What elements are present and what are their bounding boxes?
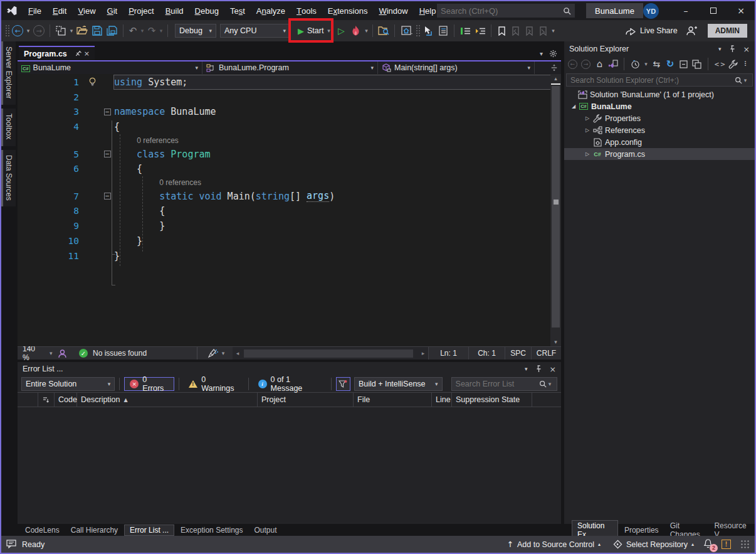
minimize-button[interactable]: – xyxy=(672,1,700,20)
close-button[interactable]: × xyxy=(727,1,755,20)
fold-collapse-button[interactable]: − xyxy=(104,151,111,157)
start-dropdown[interactable]: ▾ xyxy=(325,28,332,34)
scroll-up-arrow[interactable]: ▴ xyxy=(550,74,561,83)
live-share-icon[interactable] xyxy=(624,23,636,39)
open-file-button[interactable] xyxy=(75,23,90,39)
window-position-dropdown[interactable]: ▾ xyxy=(525,366,528,372)
back-button[interactable]: ← xyxy=(567,58,579,70)
codelens-row[interactable]: 0 references xyxy=(18,134,561,147)
expander-expanded[interactable]: ◢ xyxy=(569,104,578,109)
column-header-suppression-state[interactable]: Suppression State xyxy=(452,393,532,407)
quick-search-box[interactable] xyxy=(437,4,575,18)
error-list-search-box[interactable]: ▾ xyxy=(451,377,557,391)
code-line-6[interactable]: 6 { xyxy=(18,161,561,176)
codelens-references-link[interactable]: 0 references xyxy=(137,136,179,145)
code-line-7[interactable]: 7− static void Main(string[] args) xyxy=(18,189,561,204)
tree-item-program-cs[interactable]: ▷C#Program.cs xyxy=(564,148,755,160)
column-header-code[interactable]: Code xyxy=(55,393,77,407)
tab-error-list[interactable]: Error List ... xyxy=(124,525,174,536)
live-share-presence-icon[interactable] xyxy=(54,345,70,361)
account-avatar[interactable]: YD xyxy=(643,3,659,19)
menu-project[interactable]: Project xyxy=(123,1,159,20)
expander-collapsed[interactable]: ▷ xyxy=(583,115,592,121)
codelens-references-link[interactable]: 0 references xyxy=(159,178,201,187)
hot-reload-button[interactable] xyxy=(348,23,363,39)
menu-view[interactable]: View xyxy=(72,1,101,20)
code-line-1[interactable]: 1using System; xyxy=(18,75,561,90)
errors-filter-toggle[interactable]: × 0 Errors xyxy=(124,377,174,391)
window-resize-grip[interactable] xyxy=(741,540,750,549)
tab-properties[interactable]: Properties xyxy=(619,525,664,535)
source-filter-dropdown[interactable]: Build + IntelliSense ▾ xyxy=(354,377,443,391)
redo-dropdown[interactable]: ▾ xyxy=(158,28,164,34)
spaces-indicator[interactable]: SPC xyxy=(505,347,531,360)
solution-search-input[interactable] xyxy=(570,76,735,85)
document-outline-button[interactable] xyxy=(436,23,451,39)
increase-indent-button[interactable] xyxy=(473,23,488,39)
new-project-dropdown[interactable]: ▾ xyxy=(68,28,75,34)
menu-file[interactable]: File xyxy=(23,1,47,20)
live-share-label[interactable]: Live Share xyxy=(640,26,678,35)
solution-explorer-home-button[interactable] xyxy=(398,23,416,39)
column-indicator[interactable]: Ch: 1 xyxy=(468,347,505,360)
menu-tools[interactable]: Tools xyxy=(291,1,322,20)
menu-extensions[interactable]: Extensions xyxy=(322,1,374,20)
expander-collapsed[interactable]: ▷ xyxy=(583,127,592,133)
decrease-indent-button[interactable] xyxy=(458,23,473,39)
codelens-row[interactable]: 0 references xyxy=(18,176,561,189)
fold-collapse-button[interactable]: − xyxy=(104,193,111,200)
hscroll-right-arrow[interactable]: ▸ xyxy=(418,347,428,360)
next-bookmark-button[interactable] xyxy=(522,23,536,39)
refresh-icon[interactable]: ↻ xyxy=(664,58,676,70)
breadcrumb-bunalume[interactable]: C#BunaLume▾ xyxy=(18,61,202,74)
pin-icon[interactable] xyxy=(535,365,542,373)
expander-collapsed[interactable]: ▷ xyxy=(583,151,592,157)
maximize-button[interactable] xyxy=(700,1,727,20)
start-debugging-button[interactable]: ▶ Start ▾ xyxy=(295,23,334,39)
find-in-files-button[interactable] xyxy=(376,23,391,39)
tree-item-bunalume[interactable]: ◢C#BunaLume xyxy=(564,100,755,112)
column-header-project[interactable]: Project xyxy=(258,393,354,407)
hscrollbar-thumb[interactable] xyxy=(244,349,413,358)
admin-account-button[interactable]: ADMIN xyxy=(708,24,747,38)
pin-icon[interactable] xyxy=(75,50,81,57)
feedback-bubble-icon[interactable] xyxy=(6,540,17,549)
search-options-dropdown[interactable]: ▾ xyxy=(742,77,748,83)
scope-filter-dropdown[interactable]: Entire Solution ▾ xyxy=(21,377,115,391)
add-to-source-control-button[interactable]: ↑ Add to Source Control ▴ xyxy=(503,540,605,549)
undo-dropdown[interactable]: ▾ xyxy=(139,28,145,34)
code-line-3[interactable]: 3−namespace BunaLume xyxy=(18,105,561,120)
toolbar-overflow[interactable]: ⠇ xyxy=(740,58,752,70)
side-tab-toolbox[interactable]: Toolbox xyxy=(1,109,16,146)
warnings-filter-toggle[interactable]: 0 Warnings xyxy=(184,377,243,391)
error-list-body[interactable] xyxy=(18,407,561,523)
code-line-2[interactable]: 2 xyxy=(18,90,561,105)
search-input[interactable] xyxy=(441,6,563,16)
notifications-button[interactable]: 2 xyxy=(703,538,717,551)
bookmarks-overflow-dropdown[interactable]: ▾ xyxy=(550,28,556,34)
pending-changes-filter-icon[interactable] xyxy=(629,58,641,70)
row-handle-column[interactable] xyxy=(18,393,38,407)
line-ending-indicator[interactable]: CRLF xyxy=(531,347,561,360)
editor-horizontal-scrollbar[interactable] xyxy=(243,347,418,360)
close-icon[interactable]: × xyxy=(550,365,556,374)
scroll-down-arrow[interactable]: ▾ xyxy=(550,338,561,346)
code-line-8[interactable]: 8 { xyxy=(18,204,561,219)
split-editor-button[interactable] xyxy=(547,61,561,74)
home-icon[interactable]: ⌂ xyxy=(594,58,606,70)
code-line-5[interactable]: 5− class Program xyxy=(18,147,561,162)
select-repository-button[interactable]: Select Repository ▴ xyxy=(609,540,698,549)
navigate-back-dropdown[interactable]: ▾ xyxy=(25,28,31,34)
column-header-description[interactable]: Description▲ xyxy=(77,393,258,407)
column-header-line[interactable]: Line xyxy=(432,393,452,407)
editor-vertical-scrollbar[interactable]: ▴ ▾ xyxy=(550,74,561,346)
solution-configuration-dropdown[interactable]: Debug ▾ xyxy=(175,24,216,38)
tree-item-solution-bunalume-1-of-1-project[interactable]: Solution 'BunaLume' (1 of 1 project) xyxy=(564,88,755,100)
side-tab-data-sources[interactable]: Data Sources xyxy=(1,150,16,207)
breadcrumb-bunalume-program[interactable]: BunaLume.Program▾ xyxy=(202,61,378,74)
menu-git[interactable]: Git xyxy=(102,1,123,20)
show-all-files-icon[interactable] xyxy=(691,58,703,70)
health-indicator-icon[interactable]: ✓ xyxy=(74,345,93,361)
solution-platform-dropdown[interactable]: Any CPU ▾ xyxy=(220,24,290,38)
side-tab-server-explorer[interactable]: Server Explorer xyxy=(1,41,16,105)
